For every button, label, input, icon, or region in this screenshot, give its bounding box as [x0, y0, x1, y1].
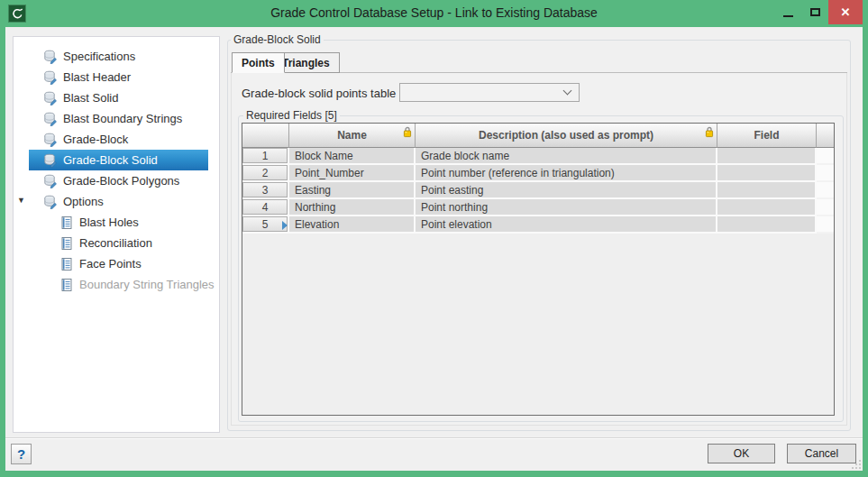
footer-separator-highlight	[5, 438, 863, 439]
sidebar-item-label: Blast Header	[63, 70, 131, 84]
row-header[interactable]: 3	[242, 182, 289, 199]
column-header-filler	[817, 124, 834, 148]
resize-grip[interactable]	[850, 458, 861, 469]
column-header-label: Description (also used as prompt)	[479, 129, 653, 142]
points-table-label: Grade-block solid points table	[242, 87, 396, 100]
column-header-corner[interactable]	[242, 124, 289, 148]
maximize-button[interactable]	[801, 0, 828, 24]
database-icon	[43, 195, 58, 209]
column-header-description[interactable]: Description (also used as prompt)	[416, 124, 717, 148]
database-icon	[43, 153, 58, 168]
maximize-icon	[810, 8, 820, 16]
document-icon	[59, 257, 74, 271]
required-fields-table: Name Description (also used as prompt) F…	[242, 123, 835, 416]
cancel-button[interactable]: Cancel	[787, 444, 856, 463]
sidebar-item-options[interactable]: ▼ Options	[29, 191, 208, 212]
current-row-arrow-icon	[282, 221, 288, 230]
sidebar-item-label: Reconciliation	[79, 236, 152, 250]
cell-description[interactable]: Point easting	[416, 182, 717, 199]
sidebar-item-label: Boundary String Triangles	[79, 278, 215, 291]
window-title: Grade Control Database Setup - Link to E…	[0, 5, 868, 20]
cell-filler	[817, 165, 834, 182]
sidebar-item-blast-solid[interactable]: Blast Solid	[29, 87, 208, 108]
window-controls: ✕	[774, 0, 863, 24]
database-icon	[43, 50, 58, 64]
document-icon	[59, 278, 74, 292]
sidebar-item-blast-holes[interactable]: Blast Holes	[29, 212, 208, 233]
database-icon	[43, 174, 58, 188]
ok-button[interactable]: OK	[708, 444, 775, 463]
sidebar-item-label: Grade-Block	[63, 133, 128, 146]
sidebar-item-label: Blast Solid	[63, 91, 118, 105]
lock-icon	[705, 126, 714, 138]
cell-description[interactable]: Point number (reference in triangulation…	[416, 165, 717, 182]
sidebar-item-label: Specifications	[63, 50, 135, 63]
column-header-field[interactable]: Field	[717, 124, 817, 148]
row-header-current[interactable]: 5	[242, 216, 289, 234]
sidebar-item-label: Blast Boundary Strings	[63, 112, 182, 125]
table-empty-area	[242, 234, 834, 415]
cell-field[interactable]	[717, 216, 817, 234]
close-button[interactable]: ✕	[828, 0, 863, 24]
lock-icon	[403, 126, 412, 138]
cell-name[interactable]: Northing	[289, 199, 416, 216]
cell-name[interactable]: Elevation	[289, 216, 416, 234]
expander-icon[interactable]: ▼	[17, 196, 25, 205]
database-icon	[43, 112, 58, 126]
database-icon	[43, 91, 58, 105]
cell-field[interactable]	[717, 165, 817, 182]
groupbox-label: Grade-Block Solid	[231, 33, 324, 46]
column-header-label: Field	[754, 129, 779, 142]
dialog-window: Grade Control Database Setup - Link to E…	[0, 0, 868, 477]
cell-name[interactable]: Block Name	[289, 148, 416, 165]
cell-field[interactable]	[717, 199, 817, 216]
cell-description[interactable]: Grade block name	[416, 148, 717, 165]
database-icon	[43, 70, 58, 85]
cell-filler	[817, 182, 834, 199]
sidebar-item-label: Grade-Block Polygons	[63, 174, 179, 188]
row-header[interactable]: 4	[242, 199, 289, 216]
sidebar-item-label: Grade-Block Solid	[63, 153, 158, 167]
sidebar-item-label: Options	[63, 195, 104, 208]
cell-description[interactable]: Point elevation	[416, 216, 717, 234]
row-header[interactable]: 2	[242, 165, 289, 182]
minimize-icon	[783, 15, 793, 17]
sidebar-tree: Specifications Blast Header Blast Solid …	[13, 36, 220, 433]
document-icon	[59, 216, 74, 230]
help-button[interactable]: ?	[11, 444, 32, 464]
chevron-down-icon	[563, 87, 572, 96]
row-header[interactable]: 1	[242, 148, 289, 165]
sidebar-item-specifications[interactable]: Specifications	[29, 46, 208, 67]
sidebar-item-grade-block-solid[interactable]: Grade-Block Solid	[29, 150, 208, 170]
database-icon	[43, 133, 58, 147]
cell-name[interactable]: Point_Number	[289, 165, 416, 182]
document-icon	[59, 236, 74, 251]
column-header-label: Name	[337, 129, 367, 142]
cell-filler	[817, 199, 834, 216]
cell-name[interactable]: Easting	[289, 182, 416, 199]
cell-filler	[817, 148, 834, 165]
sidebar-item-face-points[interactable]: Face Points	[29, 253, 208, 274]
sidebar-item-boundary-string-triangles[interactable]: Boundary String Triangles	[29, 274, 208, 295]
cell-filler	[817, 216, 834, 234]
points-table-dropdown[interactable]	[399, 83, 580, 102]
cell-field[interactable]	[717, 148, 817, 165]
minimize-button[interactable]	[774, 0, 801, 24]
sidebar-item-label: Face Points	[79, 257, 142, 271]
sidebar-item-grade-block-polygons[interactable]: Grade-Block Polygons	[29, 170, 208, 191]
sidebar-item-grade-block[interactable]: Grade-Block	[29, 129, 208, 150]
sidebar-item-reconciliation[interactable]: Reconciliation	[29, 233, 208, 253]
tab-points[interactable]: Points	[232, 52, 285, 73]
required-fields-label: Required Fields [5]	[243, 109, 340, 122]
titlebar[interactable]: Grade Control Database Setup - Link to E…	[0, 0, 868, 27]
sidebar-item-blast-header[interactable]: Blast Header	[29, 67, 208, 87]
column-header-name[interactable]: Name	[289, 124, 416, 148]
cell-description[interactable]: Point northing	[416, 199, 717, 216]
sidebar-item-blast-boundary-strings[interactable]: Blast Boundary Strings	[29, 108, 208, 129]
cell-field[interactable]	[717, 182, 817, 199]
row-number: 5	[262, 218, 269, 231]
sidebar-item-label: Blast Holes	[79, 216, 139, 229]
